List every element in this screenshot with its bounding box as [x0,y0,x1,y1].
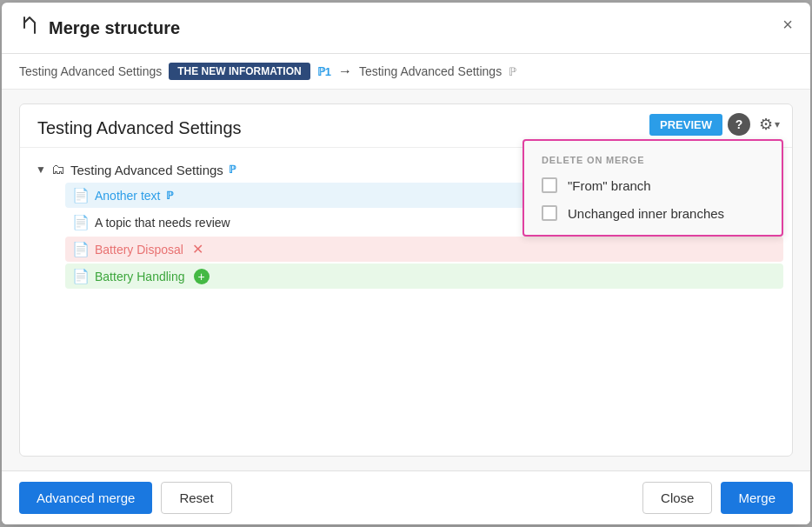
close-icon[interactable]: × [782,15,793,35]
from-branch-label: "From" branch [568,178,651,193]
checkbox-row-unchanged-branches: Unchanged inner branches [542,205,764,221]
modal-header: Merge structure × [2,3,810,54]
child-label: Battery Handling [95,270,185,284]
chevron-down-icon: ▾ [775,118,780,130]
breadcrumb-badge: THE NEW INFORMATION [169,63,309,80]
footer-right: Close Merge [642,482,793,514]
main-card: Testing Advanced Settings ▼ 🗂 Testing Ad… [19,103,793,457]
doc-gray-icon: 📄 [72,214,90,230]
child-label: A topic that needs review [95,216,230,230]
tree-root-label: Testing Advanced Settings [70,163,223,177]
doc-blue-icon: 📄 [72,187,90,203]
doc-green-icon: 📄 [72,268,90,284]
checkbox-row-from-branch: "From" branch [542,177,764,193]
close-button[interactable]: Close [642,482,712,514]
gear-icon: ⚙ [759,115,773,134]
from-branch-checkbox[interactable] [542,177,557,193]
tree-child-item[interactable]: 📄 Battery Handling + [65,264,783,289]
unchanged-branches-checkbox[interactable] [542,205,557,221]
unchanged-branches-label: Unchanged inner branches [568,206,724,221]
child-label: Battery Disposal [95,243,183,257]
reset-button[interactable]: Reset [161,482,231,514]
preview-button[interactable]: PREVIEW [649,114,722,136]
breadcrumb: Testing Advanced Settings THE NEW INFORM… [2,54,810,90]
advanced-merge-button[interactable]: Advanced merge [19,482,152,514]
arrow-icon: → [338,63,352,79]
dropdown-popup: DELETE ON MERGE "From" branch Unchanged … [522,139,783,237]
modal-title: Merge structure [49,18,793,38]
card-title: Testing Advanced Settings [37,118,242,137]
add-badge-icon[interactable]: + [194,269,210,284]
briefcase-icon: 🗂 [51,162,65,177]
child-label: Another text [95,189,161,203]
merge-button[interactable]: Merge [721,482,793,514]
child-version: ℙ [166,190,173,202]
tree-root-version: ℙ [229,163,236,176]
modal-footer: Advanced merge Reset Close Merge [2,470,810,524]
tree-chevron-icon[interactable]: ▼ [36,163,46,176]
footer-left: Advanced merge Reset [19,482,232,514]
modal: Merge structure × Testing Advanced Setti… [2,3,810,524]
settings-toolbar: PREVIEW ? ⚙ ▾ [522,113,783,136]
delete-badge-icon[interactable]: ✕ [192,241,203,257]
tree-child-item[interactable]: 📄 Battery Disposal ✕ [65,237,783,262]
help-icon[interactable]: ? [728,113,750,136]
breadcrumb-source-version: ℙ1 [317,65,331,78]
merge-icon [19,15,40,41]
doc-pink-icon: 📄 [72,241,90,257]
settings-dropdown: PREVIEW ? ⚙ ▾ DELETE ON MERGE "From" bra… [522,113,783,237]
dropdown-section-title: DELETE ON MERGE [542,155,764,165]
breadcrumb-target: Testing Advanced Settings [359,64,502,78]
breadcrumb-target-version: ℙ [509,65,516,78]
modal-overlay: Merge structure × Testing Advanced Setti… [0,0,812,527]
modal-body: Testing Advanced Settings ▼ 🗂 Testing Ad… [2,90,810,470]
breadcrumb-source: Testing Advanced Settings [19,64,162,78]
gear-button[interactable]: ⚙ ▾ [755,113,783,136]
